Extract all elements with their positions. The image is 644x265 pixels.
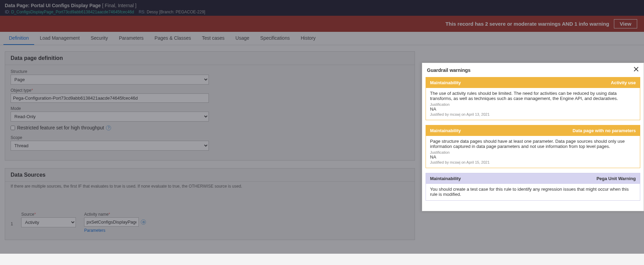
id-value: D_ConfigsDisplayPage_Port73cd9abb6138421… [11, 10, 134, 14]
source-select[interactable]: Activity [21, 217, 76, 227]
source-row-number: 1 [11, 221, 13, 226]
structure-label: Structure [11, 69, 409, 74]
rule-header: Data Page: Portal UI Configs Display Pag… [0, 0, 644, 16]
guardrail-category: Maintainability [430, 128, 461, 133]
rule-meta: ID: D_ConfigsDisplayPage_Port73cd9abb613… [5, 10, 639, 14]
close-icon[interactable] [633, 66, 639, 74]
rule-status: [ Final, Internal ] [102, 3, 136, 8]
justification-label: Justification [430, 102, 636, 106]
data-sources-panel: Data Sources If there are multiple sourc… [5, 168, 415, 240]
warning-banner: This record has 2 severe or moderate war… [0, 16, 644, 32]
justification-by: Justified by mcswj on April 13, 2021 [430, 112, 636, 116]
guardrail-message: You should create a test case for this r… [430, 187, 636, 197]
object-type-input[interactable] [11, 93, 209, 103]
guardrail-title: Guardrail warnings [427, 67, 471, 73]
source-label: Source* [21, 212, 76, 217]
tab-specifications[interactable]: Specifications [255, 32, 295, 45]
justification-label: Justification [430, 150, 636, 154]
guardrail-card: Maintainability Activity use The use of … [426, 77, 640, 120]
source-row: 1 Source* Activity Activity name* [11, 212, 409, 233]
data-sources-title: Data Sources [5, 168, 415, 182]
definition-panel: Data page definition Structure Page Obje… [5, 51, 415, 161]
activity-name-input[interactable] [84, 217, 139, 227]
guardrail-tag: Pega Unit Warning [596, 176, 636, 181]
rule-name: Portal UI Configs Display Page [31, 3, 101, 8]
tab-usage[interactable]: Usage [230, 32, 255, 45]
tab-security[interactable]: Security [85, 32, 113, 45]
tab-test-cases[interactable]: Test cases [197, 32, 230, 45]
scope-select[interactable]: Thread [11, 141, 209, 151]
activity-name-label: Activity name* [84, 212, 146, 217]
mode-label: Mode [11, 106, 409, 111]
guardrail-category: Maintainability [430, 80, 461, 85]
id-label: ID: [5, 10, 10, 14]
rule-title: Data Page: Portal UI Configs Display Pag… [5, 3, 639, 8]
justification-value: NA [430, 106, 636, 112]
target-icon[interactable]: ⊚ [141, 219, 146, 225]
guardrail-message: The use of activity rules should be limi… [430, 91, 636, 101]
guardrail-panel: Guardrail warnings Maintainability Activ… [422, 63, 644, 211]
warning-text: This record has 2 severe or moderate war… [445, 21, 609, 27]
tab-history[interactable]: History [295, 32, 321, 45]
guardrail-card: Maintainability Data page with no parame… [426, 125, 640, 168]
tab-definition[interactable]: Definition [3, 32, 34, 45]
rule-type-label: Data Page: [5, 3, 29, 8]
guardrail-category: Maintainability [430, 176, 461, 181]
parameters-link[interactable]: Parameters [84, 228, 105, 233]
tab-parameters[interactable]: Parameters [113, 32, 149, 45]
justification-by: Justified by mcswj on April 15, 2021 [430, 160, 636, 164]
help-icon[interactable]: ? [106, 125, 111, 130]
scope-label: Scope [11, 135, 409, 140]
view-warnings-button[interactable]: View [614, 19, 637, 28]
justification-value: NA [430, 154, 636, 160]
rule-tabs: Definition Load Management Security Para… [0, 32, 644, 45]
ruleset-value: Dessy [Branch: PEGACOE-229] [147, 10, 205, 14]
guardrail-tag: Data page with no parameters [573, 128, 636, 133]
object-type-label: Object type* [11, 88, 409, 93]
tab-load-management[interactable]: Load Management [34, 32, 85, 45]
guardrail-message: Page structure data pages should have at… [430, 139, 636, 149]
guardrail-tag: Activity use [611, 80, 636, 85]
ruleset-label: RS: [139, 10, 146, 14]
tab-pages-classes[interactable]: Pages & Classes [149, 32, 197, 45]
restricted-checkbox[interactable] [11, 126, 15, 130]
structure-select[interactable]: Page [11, 75, 209, 85]
guardrail-card: Maintainability Pega Unit Warning You sh… [426, 173, 640, 201]
restricted-label: Restricted feature set for high throughp… [17, 125, 104, 130]
definition-panel-title: Data page definition [5, 52, 415, 65]
mode-select[interactable]: Read-Only [11, 112, 209, 122]
data-sources-hint: If there are multiple sources, the first… [11, 184, 415, 189]
